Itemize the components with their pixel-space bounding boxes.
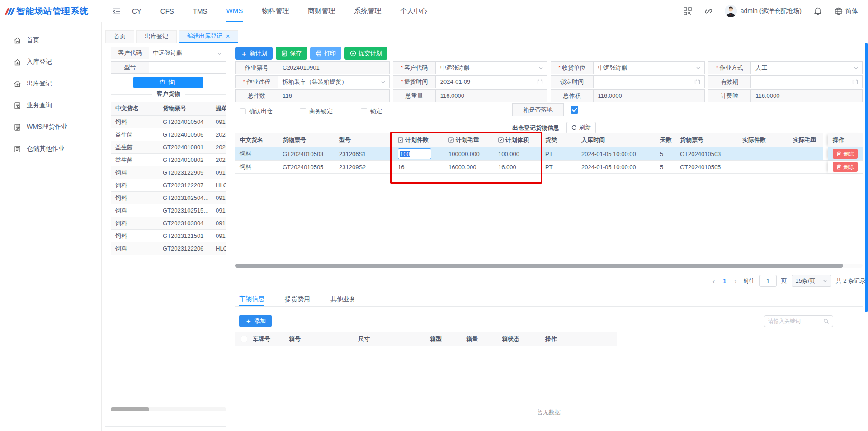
nav-material[interactable]: 物料管理 — [262, 0, 289, 22]
chevron-down-icon — [696, 65, 701, 70]
panel-horizontal-scrollbar[interactable] — [111, 407, 226, 411]
process-field: *作业过程 拆箱装车（集装箱提货） — [235, 75, 390, 88]
table-row[interactable]: 益生菌GT20240105062024... — [111, 128, 226, 141]
menu-fold-icon[interactable] — [112, 7, 121, 16]
save-button[interactable]: 保存 — [276, 47, 307, 60]
trash-icon — [836, 164, 841, 170]
goto-page-input[interactable]: 1 — [760, 275, 777, 287]
tab-vehicle-info[interactable]: 车辆信息 — [239, 293, 264, 306]
print-button[interactable]: 打印 — [310, 47, 341, 60]
model-row: 型号 — [111, 61, 226, 74]
table-row[interactable]: 饲料GT2023103004091D... — [111, 217, 226, 230]
tab-other-business[interactable]: 其他业务 — [330, 293, 356, 306]
business-lock-checkbox[interactable]: 商务锁定 — [300, 107, 333, 115]
valid-until-datepicker[interactable] — [751, 75, 863, 88]
customer-code-select[interactable]: 中远张诗麒 — [149, 47, 226, 59]
table-row[interactable]: 饲料GT2023122206HLCU... — [111, 242, 226, 255]
nav-wms[interactable]: WMS — [226, 0, 243, 22]
table-row[interactable]: 饲料GT2024010504091D... — [111, 116, 226, 128]
refresh-button[interactable]: 刷新 — [566, 122, 596, 133]
empty-placeholder: 暂无数据 — [235, 408, 863, 417]
lock-time-datepicker[interactable] — [594, 75, 705, 88]
nav-personal[interactable]: 个人中心 — [400, 0, 427, 22]
lock-time-field: 锁定时间 — [551, 75, 705, 88]
customer-goods-divider: 客户货物 — [111, 90, 226, 98]
page-unit-label: 页 — [781, 277, 787, 285]
table-header: 中文货名 货物票号 提单号 — [111, 102, 226, 116]
model-input[interactable] — [149, 61, 226, 74]
process-select[interactable]: 拆箱装车（集装箱提货） — [278, 75, 390, 88]
total-qty-value: 116 — [278, 89, 390, 102]
table-row[interactable]: 益生菌GT20240108022024... — [111, 154, 226, 166]
delete-row-button[interactable]: 删除 — [833, 162, 858, 172]
plan-toolbar: ＋ 新计划 保存 打印 提交计划 — [235, 47, 387, 60]
tab-close-icon[interactable]: × — [226, 33, 230, 39]
work-mode-select[interactable]: 人工 — [751, 61, 863, 74]
sidebar-item-wms-tally[interactable]: WMS理货作业 — [0, 116, 101, 138]
add-vehicle-button[interactable]: ＋ 添加 — [239, 315, 272, 327]
table-row[interactable]: 饲料GT2023121501091D... — [111, 230, 226, 242]
page-vertical-scrollbar[interactable] — [865, 43, 868, 312]
customer-select[interactable]: 中远张诗麒 — [436, 61, 547, 74]
table-row[interactable]: 饲料GT2023102515...091D... — [111, 204, 226, 217]
goods-row[interactable]: 饲料 GT2024010503 231206S1 100 100000.000 … — [235, 147, 863, 161]
bell-icon[interactable] — [813, 7, 822, 16]
next-page-button[interactable]: › — [733, 277, 739, 285]
refresh-icon — [571, 125, 577, 130]
confirm-outbound-checkbox[interactable]: 确认出仓 — [240, 107, 273, 115]
plan-qty-input[interactable]: 100 — [398, 148, 431, 159]
current-page[interactable]: 1 — [721, 278, 728, 284]
scrollbar-thumb[interactable] — [111, 407, 149, 411]
scrollbar-thumb[interactable] — [235, 264, 843, 268]
link-icon[interactable] — [704, 7, 713, 16]
receiver-select[interactable]: 中远张诗麒 — [594, 61, 705, 74]
sidebar-item-outbound[interactable]: 出库登记 — [0, 73, 101, 95]
customer-code-label: 客户代码 — [111, 47, 149, 59]
page-tabbar: 首页 出库登记 编辑出库登记 × — [105, 30, 868, 43]
nav-finance[interactable]: 商财管理 — [308, 0, 335, 22]
nav-system[interactable]: 系统管理 — [354, 0, 381, 22]
table-row[interactable]: 饲料GT2023122207HLCU... — [111, 179, 226, 192]
total-weight-value: 116.0000 — [436, 89, 547, 102]
nav-cfs[interactable]: CFS — [160, 0, 174, 22]
flags-row: 确认出仓 商务锁定 锁定 箱是否落地 — [235, 104, 382, 118]
user-menu[interactable]: admin (远洋仓配堆场) — [725, 5, 802, 17]
qrcode-icon[interactable] — [683, 7, 692, 16]
box-landed-checkbox[interactable] — [571, 106, 578, 114]
submit-plan-button[interactable]: 提交计划 — [344, 47, 387, 60]
page-size-select[interactable]: 15条/页 — [792, 275, 831, 287]
tab-pickup-fees[interactable]: 提货费用 — [285, 293, 310, 306]
tab-outbound-register[interactable]: 出库登记 — [136, 30, 177, 43]
nav-tms[interactable]: TMS — [193, 0, 208, 22]
sidebar-item-home[interactable]: 首页 — [0, 29, 101, 51]
sidebar-item-label: 出库登记 — [27, 80, 52, 88]
lock-checkbox[interactable]: 锁定 — [361, 107, 382, 115]
plan-qty-cell[interactable]: 16 — [393, 161, 444, 173]
sidebar-item-other-warehouse-ops[interactable]: 仓储其他作业 — [0, 138, 101, 160]
select-all-checkbox[interactable] — [235, 336, 253, 342]
tab-home[interactable]: 首页 — [105, 30, 134, 43]
edit-column-icon — [398, 137, 403, 143]
calendar-icon — [537, 79, 543, 85]
keyword-search-input[interactable] — [768, 318, 823, 324]
table-row[interactable]: 益生菌GT20240108012024... — [111, 141, 226, 154]
checkbox-icon — [300, 108, 306, 114]
goods-horizontal-scrollbar[interactable] — [235, 264, 863, 268]
new-plan-button[interactable]: ＋ 新计划 — [235, 47, 273, 60]
table-row[interactable]: 饲料GT2023102504...091D... — [111, 192, 226, 204]
pickup-time-datepicker[interactable]: 2024-01-09 — [436, 75, 547, 88]
customer-goods-panel: 客户代码 中远张诗麒 型号 查询 客户货物 中文货名 货物票号 提单号 饲料GT… — [105, 43, 226, 427]
top-header: 智能场站管理系统 CY CFS TMS WMS 物料管理 商财管理 系统管理 个… — [0, 0, 868, 22]
language-switch[interactable]: 简体 — [834, 7, 858, 16]
search-button[interactable]: 查询 — [133, 77, 203, 88]
sidebar-item-business-query[interactable]: 业务查询 — [0, 95, 101, 116]
delete-row-button[interactable]: 删除 — [833, 149, 858, 159]
sidebar-item-inbound[interactable]: 入库登记 — [0, 51, 101, 73]
goto-label: 前往 — [743, 277, 755, 285]
calendar-icon — [694, 79, 700, 85]
goods-row[interactable]: 饲料 GT2024010505 231209S2 16 16000.000 16… — [235, 161, 863, 174]
nav-cy[interactable]: CY — [132, 0, 142, 22]
tab-edit-outbound-register[interactable]: 编辑出库登记 × — [179, 30, 238, 43]
prev-page-button[interactable]: ‹ — [711, 277, 717, 285]
table-row[interactable]: 饲料GT2023122909091D... — [111, 166, 226, 179]
